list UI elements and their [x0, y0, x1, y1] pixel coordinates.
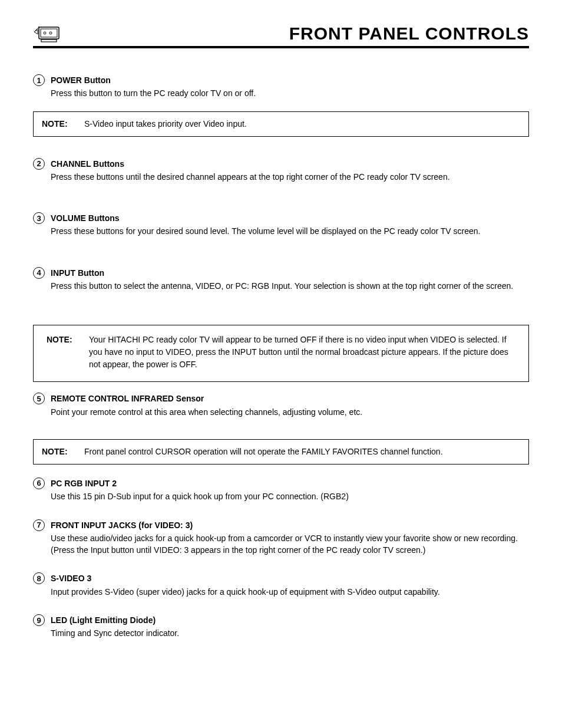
control-item: 4 INPUT Button Press this button to sele…: [33, 267, 529, 292]
item-title: FRONT INPUT JACKS (for VIDEO: 3): [51, 519, 529, 531]
item-body: POWER Button Press this button to turn t…: [51, 74, 529, 100]
item-body: REMOTE CONTROL INFRARED Sensor Point you…: [51, 393, 529, 418]
note-text: Your HITACHI PC ready color TV will appe…: [89, 334, 520, 371]
note-text: Front panel control CURSOR operation wil…: [84, 446, 520, 458]
item-number-circle: 1: [33, 74, 45, 86]
item-description: Point your remote control at this area w…: [51, 406, 529, 418]
item-body: S-VIDEO 3 Input provides S-Video (super …: [51, 572, 529, 598]
item-number-circle: 6: [33, 477, 45, 489]
item-number-circle: 2: [33, 158, 45, 170]
svg-point-4: [49, 32, 52, 34]
item-number-circle: 7: [33, 519, 45, 531]
note-label: NOTE:: [42, 118, 84, 130]
item-number-circle: 3: [33, 212, 45, 224]
item-body: PC RGB INPUT 2 Use this 15 pin D-Sub inp…: [51, 477, 529, 503]
item-title: INPUT Button: [51, 267, 529, 279]
item-title: LED (Light Emitting Diode): [51, 614, 529, 626]
note-box: NOTE: Front panel control CURSOR operati…: [33, 439, 529, 465]
item-title: PC RGB INPUT 2: [51, 477, 529, 489]
control-item: 2 CHANNEL Buttons Press these buttons un…: [33, 158, 529, 183]
item-body: LED (Light Emitting Diode) Timing and Sy…: [51, 614, 529, 640]
item-title: S-VIDEO 3: [51, 572, 529, 584]
item-description: Use this 15 pin D-Sub input for a quick …: [51, 490, 529, 502]
item-number-circle: 9: [33, 614, 45, 626]
control-item: 8 S-VIDEO 3 Input provides S-Video (supe…: [33, 572, 529, 598]
note-box: NOTE: Your HITACHI PC ready color TV wil…: [33, 325, 529, 382]
item-title: POWER Button: [51, 74, 529, 86]
item-number-circle: 8: [33, 572, 45, 584]
svg-rect-1: [41, 29, 57, 37]
note-box: NOTE: S-Video input takes priority over …: [33, 111, 529, 137]
page-title: FRONT PANEL CONTROLS: [289, 24, 529, 44]
manual-page: FRONT PANEL CONTROLS 1 POWER Button Pres…: [0, 0, 562, 728]
item-description: Timing and Sync detector indicator.: [51, 627, 529, 639]
item-number-circle: 5: [33, 393, 45, 404]
item-body: FRONT INPUT JACKS (for VIDEO: 3) Use the…: [51, 519, 529, 556]
item-body: CHANNEL Buttons Press these buttons unti…: [51, 158, 529, 183]
item-description: Press this button to select the antenna,…: [51, 280, 529, 292]
item-body: VOLUME Buttons Press these buttons for y…: [51, 212, 529, 238]
control-item: 5 REMOTE CONTROL INFRARED Sensor Point y…: [33, 393, 529, 418]
item-description: Input provides S-Video (super video) jac…: [51, 586, 529, 598]
note-text: S-Video input takes priority over Video …: [84, 118, 520, 130]
svg-point-3: [44, 32, 46, 34]
note-label: NOTE:: [47, 334, 89, 346]
item-body: INPUT Button Press this button to select…: [51, 267, 529, 292]
tv-logo-icon: [33, 26, 61, 44]
control-item: 1 POWER Button Press this button to turn…: [33, 74, 529, 100]
control-item: 6 PC RGB INPUT 2 Use this 15 pin D-Sub i…: [33, 477, 529, 503]
svg-point-6: [38, 27, 39, 28]
item-description: Press this button to turn the PC ready c…: [51, 87, 529, 99]
item-title: CHANNEL Buttons: [51, 158, 529, 170]
item-description: Press these buttons for your desired sou…: [51, 225, 529, 237]
item-description: Use these audio/video jacks for a quick …: [51, 532, 529, 556]
item-title: REMOTE CONTROL INFRARED Sensor: [51, 393, 529, 404]
svg-rect-2: [41, 39, 57, 42]
control-item: 3 VOLUME Buttons Press these buttons for…: [33, 212, 529, 238]
control-item: 9 LED (Light Emitting Diode) Timing and …: [33, 614, 529, 640]
control-item: 7 FRONT INPUT JACKS (for VIDEO: 3) Use t…: [33, 519, 529, 556]
item-number-circle: 4: [33, 267, 45, 279]
item-description: Press these buttons until the desired ch…: [51, 171, 529, 183]
note-label: NOTE:: [42, 446, 84, 458]
page-header: FRONT PANEL CONTROLS: [33, 24, 529, 48]
item-title: VOLUME Buttons: [51, 212, 529, 224]
